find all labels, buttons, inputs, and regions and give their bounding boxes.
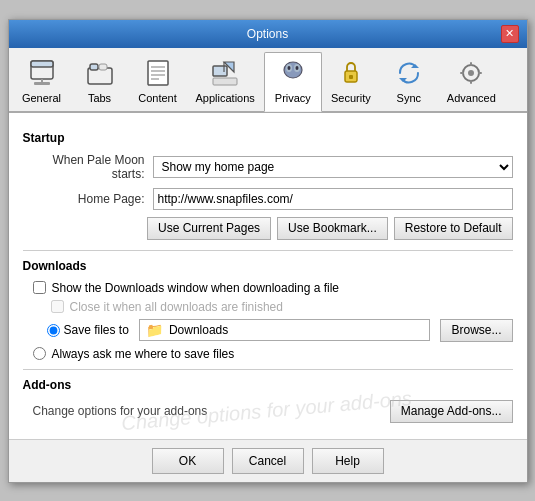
show-downloads-checkbox[interactable] (33, 281, 46, 294)
addons-desc-text: Change options for your add-ons (33, 404, 208, 418)
startup-dropdown-wrapper: Show my home page Show a blank page Show… (153, 156, 513, 178)
svg-rect-12 (213, 66, 227, 76)
downloads-path-box: 📁 Downloads (139, 319, 431, 341)
tab-content-label: Content (138, 92, 177, 104)
svg-point-19 (287, 66, 290, 70)
manage-addons-button[interactable]: Manage Add-ons... (390, 400, 513, 423)
always-ask-label: Always ask me where to save files (52, 347, 235, 361)
show-downloads-row: Show the Downloads window when downloadi… (23, 281, 513, 295)
help-button[interactable]: Help (312, 448, 384, 474)
startup-section-label: Startup (23, 131, 513, 145)
startup-dropdown[interactable]: Show my home page Show a blank page Show… (153, 156, 513, 178)
tab-security[interactable]: Security (322, 52, 380, 111)
svg-rect-7 (148, 61, 168, 85)
options-window: Options ✕ General (8, 19, 528, 483)
cancel-button[interactable]: Cancel (232, 448, 304, 474)
use-current-pages-button[interactable]: Use Current Pages (147, 217, 271, 240)
general-icon (26, 57, 58, 89)
homepage-input-wrapper (153, 188, 513, 210)
show-downloads-label: Show the Downloads window when downloadi… (52, 281, 340, 295)
startup-row: When Pale Moon starts: Show my home page… (23, 153, 513, 181)
svg-rect-1 (31, 61, 53, 67)
close-downloads-checkbox[interactable] (51, 300, 64, 313)
folder-icon: 📁 (146, 322, 163, 338)
svg-point-26 (468, 70, 474, 76)
tab-advanced-label: Advanced (447, 92, 496, 104)
tab-security-label: Security (331, 92, 371, 104)
advanced-icon (455, 57, 487, 89)
use-bookmark-button[interactable]: Use Bookmark... (277, 217, 388, 240)
security-icon (335, 57, 367, 89)
tab-privacy-label: Privacy (275, 92, 311, 104)
tab-sync[interactable]: Sync (380, 52, 438, 111)
tab-general-label: General (22, 92, 61, 104)
save-files-row: Save files to 📁 Downloads Browse... (23, 319, 513, 342)
homepage-row: Home Page: (23, 188, 513, 210)
save-files-label: Save files to (64, 323, 129, 337)
when-label: When Pale Moon starts: (23, 153, 153, 181)
always-ask-radio[interactable] (33, 347, 46, 360)
always-ask-row: Always ask me where to save files (23, 347, 513, 361)
main-content: Startup When Pale Moon starts: Show my h… (9, 112, 527, 439)
svg-rect-27 (470, 62, 472, 66)
svg-rect-2 (34, 82, 50, 85)
save-files-radio[interactable] (47, 324, 60, 337)
privacy-icon (277, 57, 309, 89)
browse-button[interactable]: Browse... (440, 319, 512, 342)
svg-rect-15 (213, 78, 237, 85)
content-icon (142, 57, 174, 89)
divider-2 (23, 369, 513, 370)
toolbar: General Tabs Con (9, 48, 527, 112)
close-button[interactable]: ✕ (501, 25, 519, 43)
close-downloads-label: Close it when all downloads are finished (70, 300, 283, 314)
svg-rect-22 (349, 75, 353, 79)
svg-rect-28 (470, 80, 472, 84)
divider-1 (23, 250, 513, 251)
footer: OK Cancel Help (9, 439, 527, 482)
homepage-input[interactable] (153, 188, 513, 210)
tabs-icon (84, 57, 116, 89)
tab-privacy[interactable]: Privacy (264, 52, 322, 112)
window-title: Options (35, 27, 501, 41)
content-area: Startup When Pale Moon starts: Show my h… (9, 112, 527, 439)
downloads-path-text: Downloads (169, 323, 228, 337)
tab-content[interactable]: Content (129, 52, 187, 111)
svg-rect-30 (478, 72, 482, 74)
restore-default-button[interactable]: Restore to Default (394, 217, 513, 240)
homepage-label: Home Page: (23, 192, 153, 206)
tab-advanced[interactable]: Advanced (438, 52, 505, 111)
applications-icon (209, 57, 241, 89)
tab-sync-label: Sync (397, 92, 421, 104)
svg-point-20 (295, 66, 298, 70)
close-downloads-row: Close it when all downloads are finished (23, 300, 513, 314)
tab-tabs[interactable]: Tabs (71, 52, 129, 111)
addons-section-label: Add-ons (23, 378, 513, 392)
svg-rect-29 (460, 72, 464, 74)
svg-rect-6 (99, 64, 107, 70)
tab-general[interactable]: General (13, 52, 71, 111)
downloads-section-label: Downloads (23, 259, 513, 273)
startup-buttons: Use Current Pages Use Bookmark... Restor… (153, 217, 513, 240)
ok-button[interactable]: OK (152, 448, 224, 474)
tab-applications-label: Applications (196, 92, 255, 104)
title-bar: Options ✕ (9, 20, 527, 48)
svg-rect-5 (90, 64, 98, 70)
tab-tabs-label: Tabs (88, 92, 111, 104)
tab-applications[interactable]: Applications (187, 52, 264, 111)
sync-icon (393, 57, 425, 89)
